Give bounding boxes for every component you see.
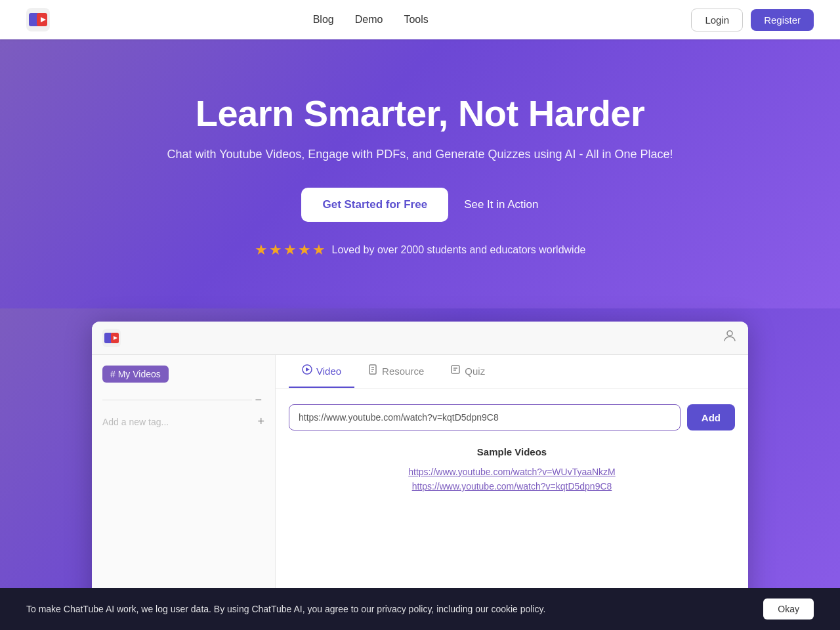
video-input-row: Add xyxy=(289,404,735,430)
app-window: # My Videos − Add a new tag... + xyxy=(92,322,748,630)
logo-icon xyxy=(26,8,50,32)
add-video-button[interactable]: Add xyxy=(687,404,735,430)
see-action-button[interactable]: See It in Action xyxy=(464,198,538,211)
sample-videos-title: Sample Videos xyxy=(289,446,735,457)
nav-tools[interactable]: Tools xyxy=(404,14,428,26)
resource-tab-icon xyxy=(368,364,378,377)
divider-line xyxy=(102,400,252,400)
nav-demo[interactable]: Demo xyxy=(355,14,383,26)
minus-icon: − xyxy=(252,393,264,407)
tab-video[interactable]: Video xyxy=(289,355,354,388)
quiz-tab-icon xyxy=(450,364,461,377)
add-tag-icon[interactable]: + xyxy=(257,415,264,429)
star-1: ★ xyxy=(255,242,268,259)
video-tab-content: Add Sample Videos https://www.youtube.co… xyxy=(276,388,748,511)
nav-links: Blog Demo Tools xyxy=(313,14,429,26)
svg-rect-15 xyxy=(452,366,459,373)
hero-subtitle: Chat with Youtube Videos, Engage with PD… xyxy=(13,148,827,161)
star-4: ★ xyxy=(298,242,311,259)
tab-resource-label: Resource xyxy=(382,366,424,377)
cookie-text: To make ChatTube AI work, we log user da… xyxy=(26,604,545,614)
register-button[interactable]: Register xyxy=(751,9,814,31)
sample-video-link-2[interactable]: https://www.youtube.com/watch?v=kqtD5dpn… xyxy=(289,481,735,492)
svg-marker-10 xyxy=(306,368,310,371)
logo[interactable] xyxy=(26,8,50,32)
app-tabs: Video Resource Quiz xyxy=(276,355,748,388)
tab-quiz-label: Quiz xyxy=(465,366,485,377)
social-proof-text: Loved by over 2000 students and educator… xyxy=(332,244,586,256)
app-logo-icon xyxy=(102,329,121,347)
star-3: ★ xyxy=(284,242,297,259)
hero-buttons: Get Started for Free See It in Action xyxy=(13,188,827,222)
hero-title: Learn Smarter, Not Harder xyxy=(13,92,827,135)
social-proof: ★ ★ ★ ★ ★ Loved by over 2000 students an… xyxy=(13,242,827,259)
tab-video-label: Video xyxy=(316,366,341,377)
star-rating: ★ ★ ★ ★ ★ xyxy=(255,242,326,259)
star-2: ★ xyxy=(269,242,282,259)
sidebar-tag[interactable]: # My Videos xyxy=(102,366,169,383)
svg-point-8 xyxy=(727,331,732,336)
user-avatar-icon xyxy=(722,328,738,348)
sample-video-link-1[interactable]: https://www.youtube.com/watch?v=WUvTyaaN… xyxy=(289,467,735,477)
navbar: Blog Demo Tools Login Register xyxy=(0,0,840,39)
tab-quiz[interactable]: Quiz xyxy=(437,355,498,388)
cookie-okay-button[interactable]: Okay xyxy=(763,598,814,620)
cookie-banner: To make ChatTube AI work, we log user da… xyxy=(0,588,840,630)
nav-blog[interactable]: Blog xyxy=(313,14,334,26)
app-titlebar xyxy=(92,322,748,355)
app-logo xyxy=(102,329,121,347)
nav-actions: Login Register xyxy=(691,9,814,32)
login-button[interactable]: Login xyxy=(691,9,743,32)
star-5: ★ xyxy=(312,242,326,259)
screenshot-container: # My Videos − Add a new tag... + xyxy=(0,308,840,630)
video-tab-icon xyxy=(302,364,312,377)
add-tag-placeholder: Add a new tag... xyxy=(102,417,169,427)
sidebar-add-tag-row: Add a new tag... + xyxy=(102,415,264,429)
sidebar-divider: − xyxy=(102,393,264,407)
hero-section: Learn Smarter, Not Harder Chat with Yout… xyxy=(0,39,840,308)
video-url-input[interactable] xyxy=(289,404,681,430)
get-started-button[interactable]: Get Started for Free xyxy=(301,188,448,222)
tab-resource[interactable]: Resource xyxy=(354,355,437,388)
